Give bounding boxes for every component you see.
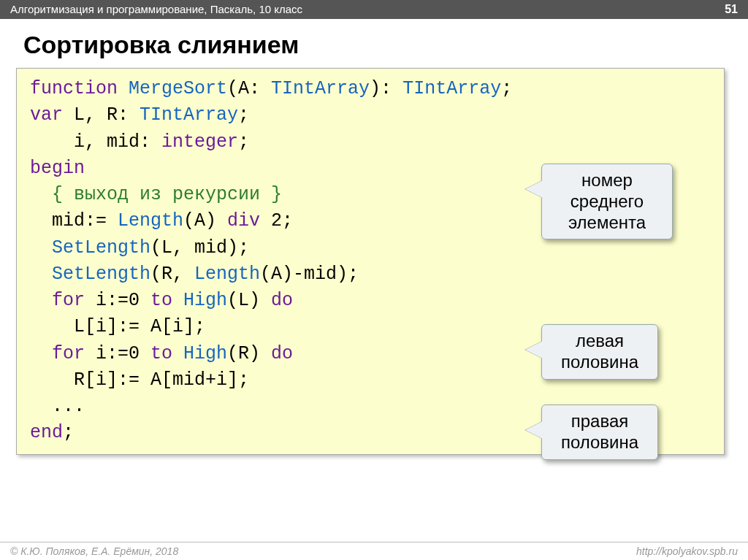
footer-url: http://kpolyakov.spb.ru	[636, 545, 738, 557]
kw-for2: for	[30, 343, 85, 364]
page-number: 51	[725, 0, 738, 19]
kw-integer: integer	[161, 131, 238, 153]
kw-for: for	[30, 290, 85, 311]
callout-tail-icon	[525, 341, 543, 358]
callout-left-text: левая половина	[561, 331, 638, 372]
callout-mid-text: номер среднего элемента	[568, 170, 646, 232]
callout-mid: номер среднего элемента	[541, 164, 673, 239]
slide-title: Сортировка слиянием	[23, 31, 732, 59]
code-block: function MergeSort(A: TIntArray): TIntAr…	[16, 68, 725, 455]
callout-right: правая половина	[541, 404, 658, 460]
callout-right-text: правая половина	[561, 411, 638, 452]
footer: © К.Ю. Поляков, Е.А. Ерёмин, 2018 http:/…	[0, 542, 748, 557]
header-bar: Алгоритмизация и программирование, Паска…	[0, 0, 748, 19]
callout-tail-icon	[525, 421, 543, 439]
slide-body: Сортировка слиянием function MergeSort(A…	[0, 19, 748, 455]
kw-begin: begin	[30, 158, 85, 179]
callout-tail-icon	[525, 180, 543, 198]
kw-var: var	[30, 104, 63, 126]
kw-function: function	[30, 78, 118, 99]
comment-exit: { выход из рекурсии }	[30, 184, 282, 205]
kw-div: div	[227, 210, 260, 231]
fn-mergesort: MergeSort	[118, 78, 227, 99]
course-label: Алгоритмизация и программирование, Паска…	[10, 0, 302, 19]
kw-end: end	[30, 422, 63, 443]
footer-authors: © К.Ю. Поляков, Е.А. Ерёмин, 2018	[10, 545, 178, 557]
callout-left: левая половина	[541, 324, 658, 380]
